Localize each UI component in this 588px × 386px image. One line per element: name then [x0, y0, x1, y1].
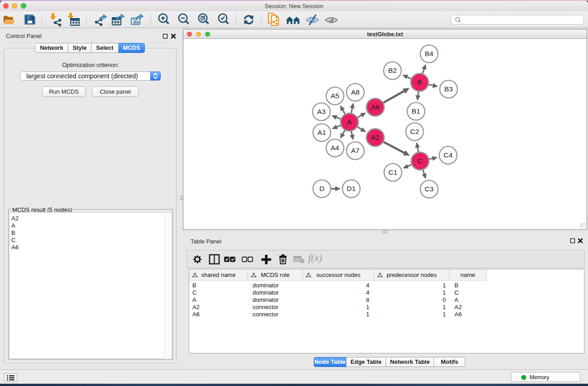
svg-text:C2: C2 — [410, 128, 419, 135]
svg-text:B3: B3 — [445, 85, 453, 93]
svg-text:C: C — [417, 157, 422, 165]
svg-text:C3: C3 — [425, 185, 434, 193]
svg-text:A4: A4 — [331, 144, 339, 152]
svg-text:A6: A6 — [371, 103, 380, 111]
svg-text:A3: A3 — [317, 108, 326, 115]
svg-text:A5: A5 — [331, 92, 339, 100]
svg-text:D: D — [319, 185, 324, 192]
svg-text:C1: C1 — [388, 168, 397, 176]
svg-text:B: B — [417, 78, 422, 86]
svg-text:A8: A8 — [351, 88, 360, 96]
svg-text:A1: A1 — [318, 129, 326, 136]
svg-text:A7: A7 — [351, 147, 360, 154]
svg-text:A: A — [347, 118, 352, 126]
svg-text:C4: C4 — [444, 151, 453, 159]
svg-text:D1: D1 — [347, 185, 356, 192]
svg-text:B1: B1 — [412, 107, 421, 115]
svg-text:B4: B4 — [425, 50, 434, 57]
svg-text:B2: B2 — [388, 67, 397, 74]
svg-text:A2: A2 — [371, 133, 380, 141]
